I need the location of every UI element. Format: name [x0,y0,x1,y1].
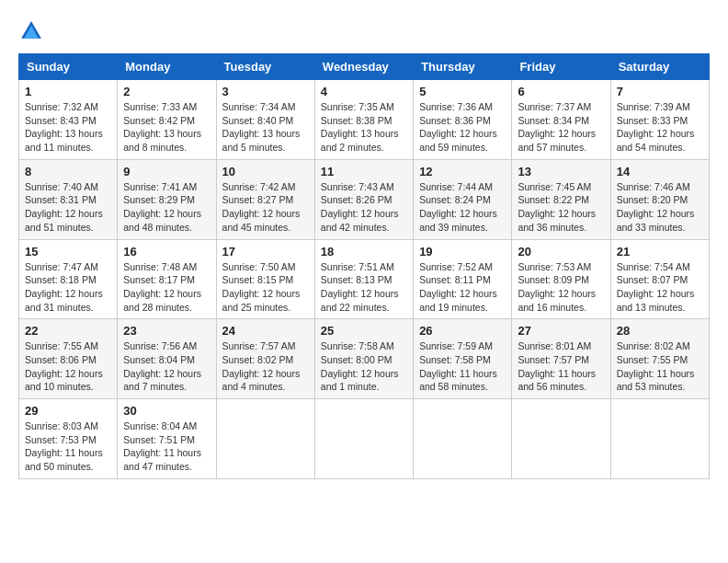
day-info: Sunrise: 7:53 AMSunset: 8:09 PMDaylight:… [518,260,604,315]
day-cell: 23Sunrise: 7:56 AMSunset: 8:04 PMDayligh… [118,319,216,399]
day-number: 22 [25,324,111,338]
day-cell: 13Sunrise: 7:45 AMSunset: 8:22 PMDayligh… [512,159,610,239]
day-info: Sunrise: 7:36 AMSunset: 8:36 PMDaylight:… [419,100,506,155]
day-number: 18 [321,245,407,259]
day-info: Sunrise: 8:03 AMSunset: 7:53 PMDaylight:… [25,419,111,474]
day-number: 1 [25,85,111,98]
day-number: 28 [617,324,703,338]
day-info: Sunrise: 7:48 AMSunset: 8:17 PMDaylight:… [123,260,210,315]
day-info: Sunrise: 7:43 AMSunset: 8:26 PMDaylight:… [321,180,407,235]
day-cell: 26Sunrise: 7:59 AMSunset: 7:58 PMDayligh… [414,319,512,399]
day-info: Sunrise: 7:54 AMSunset: 8:07 PMDaylight:… [617,260,703,315]
day-cell: 27Sunrise: 8:01 AMSunset: 7:57 PMDayligh… [512,319,610,399]
day-cell: 2Sunrise: 7:33 AMSunset: 8:42 PMDaylight… [118,80,216,160]
day-number: 2 [123,85,210,98]
day-cell: 30Sunrise: 8:04 AMSunset: 7:51 PMDayligh… [118,399,216,479]
day-cell: 1Sunrise: 7:32 AMSunset: 8:43 PMDaylight… [19,80,118,160]
day-number: 4 [321,85,407,98]
day-number: 3 [222,85,309,98]
day-cell: 4Sunrise: 7:35 AMSunset: 8:38 PMDaylight… [314,80,413,160]
day-cell: 7Sunrise: 7:39 AMSunset: 8:33 PMDaylight… [610,80,709,160]
week-row-4: 22Sunrise: 7:55 AMSunset: 8:06 PMDayligh… [19,319,710,399]
day-info: Sunrise: 7:44 AMSunset: 8:24 PMDaylight:… [419,180,506,235]
page-header [18,18,710,44]
col-header-saturday: Saturday [610,54,709,80]
day-cell: 3Sunrise: 7:34 AMSunset: 8:40 PMDaylight… [216,80,314,160]
day-info: Sunrise: 7:45 AMSunset: 8:22 PMDaylight:… [518,180,604,235]
day-cell: 17Sunrise: 7:50 AMSunset: 8:15 PMDayligh… [216,239,314,319]
day-number: 30 [123,404,210,418]
day-info: Sunrise: 7:40 AMSunset: 8:31 PMDaylight:… [25,180,111,235]
day-number: 10 [222,165,309,178]
day-number: 11 [321,165,407,178]
week-row-1: 1Sunrise: 7:32 AMSunset: 8:43 PMDaylight… [19,80,710,160]
week-row-5: 29Sunrise: 8:03 AMSunset: 7:53 PMDayligh… [19,399,710,479]
day-cell [216,399,314,479]
day-info: Sunrise: 7:34 AMSunset: 8:40 PMDaylight:… [222,100,309,155]
day-info: Sunrise: 7:37 AMSunset: 8:34 PMDaylight:… [518,100,604,155]
day-number: 29 [25,404,111,418]
day-cell: 29Sunrise: 8:03 AMSunset: 7:53 PMDayligh… [19,399,118,479]
day-cell: 15Sunrise: 7:47 AMSunset: 8:18 PMDayligh… [19,239,118,319]
day-info: Sunrise: 8:01 AMSunset: 7:57 PMDaylight:… [518,339,604,394]
day-info: Sunrise: 7:41 AMSunset: 8:29 PMDaylight:… [123,180,210,235]
calendar-header-row: SundayMondayTuesdayWednesdayThursdayFrid… [19,54,710,80]
day-info: Sunrise: 7:52 AMSunset: 8:11 PMDaylight:… [419,260,506,315]
day-number: 8 [25,165,111,178]
day-cell: 14Sunrise: 7:46 AMSunset: 8:20 PMDayligh… [610,159,709,239]
col-header-sunday: Sunday [19,54,118,80]
day-number: 21 [617,245,703,259]
day-info: Sunrise: 7:42 AMSunset: 8:27 PMDaylight:… [222,180,309,235]
day-number: 13 [518,165,604,178]
day-cell: 19Sunrise: 7:52 AMSunset: 8:11 PMDayligh… [414,239,512,319]
day-cell: 18Sunrise: 7:51 AMSunset: 8:13 PMDayligh… [314,239,413,319]
day-number: 5 [419,85,506,98]
day-cell: 28Sunrise: 8:02 AMSunset: 7:55 PMDayligh… [610,319,709,399]
day-cell: 6Sunrise: 7:37 AMSunset: 8:34 PMDaylight… [512,80,610,160]
day-number: 27 [518,324,604,338]
logo [18,18,48,44]
col-header-tuesday: Tuesday [216,54,314,80]
day-info: Sunrise: 7:57 AMSunset: 8:02 PMDaylight:… [222,339,309,394]
day-info: Sunrise: 7:33 AMSunset: 8:42 PMDaylight:… [123,100,210,155]
week-row-2: 8Sunrise: 7:40 AMSunset: 8:31 PMDaylight… [19,159,710,239]
day-info: Sunrise: 7:55 AMSunset: 8:06 PMDaylight:… [25,339,111,394]
day-cell: 8Sunrise: 7:40 AMSunset: 8:31 PMDaylight… [19,159,118,239]
day-info: Sunrise: 7:46 AMSunset: 8:20 PMDaylight:… [617,180,703,235]
col-header-thursday: Thursday [414,54,512,80]
day-info: Sunrise: 7:59 AMSunset: 7:58 PMDaylight:… [419,339,506,394]
day-number: 14 [617,165,703,178]
day-cell: 9Sunrise: 7:41 AMSunset: 8:29 PMDaylight… [118,159,216,239]
day-number: 20 [518,245,604,259]
day-info: Sunrise: 8:04 AMSunset: 7:51 PMDaylight:… [123,419,210,474]
day-number: 7 [617,85,703,98]
day-number: 24 [222,324,309,338]
day-info: Sunrise: 8:02 AMSunset: 7:55 PMDaylight:… [617,339,703,394]
day-cell: 12Sunrise: 7:44 AMSunset: 8:24 PMDayligh… [414,159,512,239]
day-info: Sunrise: 7:58 AMSunset: 8:00 PMDaylight:… [321,339,407,394]
col-header-wednesday: Wednesday [314,54,413,80]
day-cell [512,399,610,479]
day-cell [314,399,413,479]
calendar-table: SundayMondayTuesdayWednesdayThursdayFrid… [18,53,710,479]
col-header-friday: Friday [512,54,610,80]
day-cell: 20Sunrise: 7:53 AMSunset: 8:09 PMDayligh… [512,239,610,319]
day-number: 15 [25,245,111,259]
day-cell: 16Sunrise: 7:48 AMSunset: 8:17 PMDayligh… [118,239,216,319]
day-cell [610,399,709,479]
day-number: 17 [222,245,309,259]
day-cell: 21Sunrise: 7:54 AMSunset: 8:07 PMDayligh… [610,239,709,319]
logo-icon [18,18,44,44]
day-cell: 11Sunrise: 7:43 AMSunset: 8:26 PMDayligh… [314,159,413,239]
col-header-monday: Monday [118,54,216,80]
day-info: Sunrise: 7:50 AMSunset: 8:15 PMDaylight:… [222,260,309,315]
day-info: Sunrise: 7:47 AMSunset: 8:18 PMDaylight:… [25,260,111,315]
day-number: 9 [123,165,210,178]
day-cell: 5Sunrise: 7:36 AMSunset: 8:36 PMDaylight… [414,80,512,160]
week-row-3: 15Sunrise: 7:47 AMSunset: 8:18 PMDayligh… [19,239,710,319]
day-number: 16 [123,245,210,259]
day-number: 19 [419,245,506,259]
day-cell: 24Sunrise: 7:57 AMSunset: 8:02 PMDayligh… [216,319,314,399]
day-number: 12 [419,165,506,178]
day-info: Sunrise: 7:39 AMSunset: 8:33 PMDaylight:… [617,100,703,155]
